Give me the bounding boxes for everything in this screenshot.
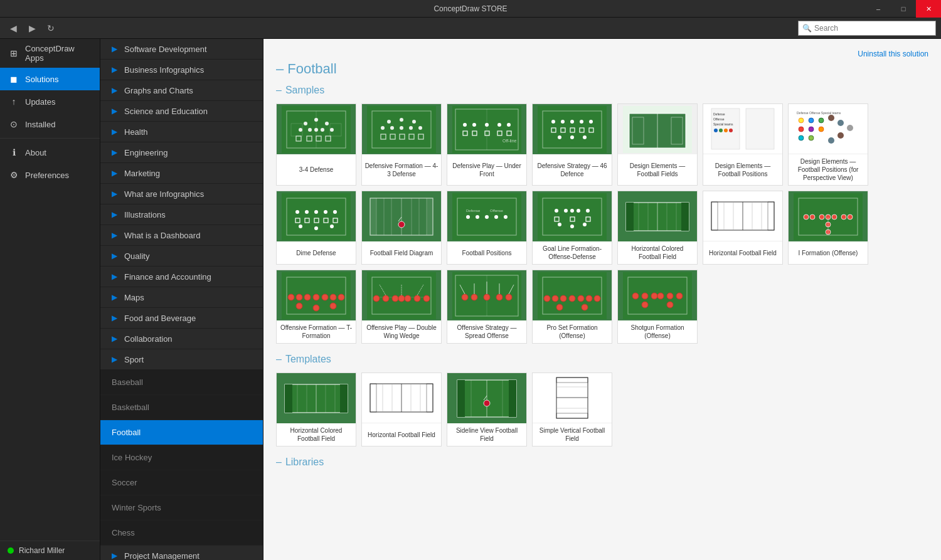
card-defensive-play-under[interactable]: Off-line Defensive Play — Under Front — [447, 103, 527, 186]
libraries-toggle[interactable]: – — [276, 457, 282, 468]
sub-item-finance-accounting[interactable]: ▶ Finance and Accounting — [100, 267, 263, 287]
sub-item-collaboration[interactable]: ▶ Collaboration — [100, 329, 263, 349]
sub-item-what-dashboard[interactable]: ▶ What is a Dashboard — [100, 225, 263, 246]
card-design-elements-fields[interactable]: Design Elements — Football Fields — [617, 103, 698, 186]
card-offensive-strategy-spread[interactable]: Offensive Strategy — Spread Offense — [447, 270, 527, 344]
sport-sub-winter-sports[interactable]: Winter Sports — [100, 495, 263, 520]
sport-sub-basketball[interactable]: Basketball — [100, 395, 263, 420]
svg-point-138 — [558, 223, 561, 226]
card-design-elements-positions[interactable]: Defense Offense Special teams Design Ele… — [703, 103, 783, 186]
card-thumb-tmpl-sideline-view — [447, 373, 526, 423]
sub-item-illustrations[interactable]: ▶ Illustrations — [100, 204, 263, 225]
svg-point-216 — [586, 295, 592, 302]
card-thumb-defensive-formation — [362, 104, 441, 154]
card-football-field-diagram[interactable]: Football Field Diagram — [361, 191, 442, 265]
window-controls[interactable]: – □ ✕ — [866, 0, 941, 18]
svg-point-200 — [471, 294, 477, 300]
svg-point-19 — [381, 126, 385, 130]
card-offensive-play-double-wing[interactable]: Offensive Play — Double Wing Wedge — [361, 270, 442, 344]
card-goal-line-formation[interactable]: Goal Line Formation-Offense-Defense — [532, 191, 612, 265]
card-horizontal-football-field[interactable]: Horizontal Football Field — [703, 191, 783, 265]
uninstall-link[interactable]: Uninstall this solution — [858, 50, 928, 58]
card-defensive-formation[interactable]: Defensive Formation — 4-3 Defense — [361, 103, 442, 186]
svg-point-186 — [373, 295, 380, 302]
svg-point-94 — [305, 210, 309, 214]
sport-label-winter-sports: Winter Sports — [112, 503, 161, 512]
card-thumb-football-positions: Defense Offense — [447, 191, 526, 241]
card-shotgun-formation[interactable]: Shotgun Formation (Offense) — [617, 270, 698, 344]
sport-sub-soccer[interactable]: Soccer — [100, 470, 263, 495]
sport-sub-ice-hockey[interactable]: Ice Hockey — [100, 445, 263, 470]
svg-point-164 — [832, 214, 837, 219]
sub-label-graphs-charts: Graphs and Charts — [124, 86, 193, 95]
back-button[interactable]: ◀ — [5, 20, 21, 36]
samples-toggle[interactable]: – — [276, 85, 282, 96]
sub-item-business-infographics[interactable]: ▶ Business Infographics — [100, 60, 263, 80]
card-tmpl-simple-vertical[interactable]: Simple Vertical Football Field — [532, 372, 612, 446]
sub-item-food-beverage[interactable]: ▶ Food and Beverage — [100, 308, 263, 329]
close-button[interactable]: ✕ — [916, 0, 941, 18]
sport-label-chess: Chess — [112, 528, 135, 537]
card-3-4-defense[interactable]: 3-4 Defense — [276, 103, 356, 186]
svg-point-173 — [288, 294, 294, 300]
svg-point-178 — [330, 294, 336, 300]
card-horizontal-colored-field[interactable]: Horizontal Colored Football Field — [617, 191, 698, 265]
page-title: – Football — [276, 61, 928, 77]
sub-item-science-education[interactable]: ▶ Science and Education — [100, 101, 263, 122]
svg-point-130 — [555, 209, 558, 213]
forward-button[interactable]: ▶ — [24, 20, 40, 36]
sidebar-item-preferences[interactable]: ⚙ Preferences — [0, 164, 100, 186]
maximize-button[interactable]: □ — [891, 0, 916, 18]
svg-rect-144 — [681, 203, 689, 231]
minimize-button[interactable]: – — [866, 0, 891, 18]
user-name: Richard Miller — [19, 546, 65, 555]
card-offensive-formation-t[interactable]: Offensive Formation — T-Formation — [276, 270, 356, 344]
sub-item-software-dev[interactable]: ▶ Software Development — [100, 39, 263, 60]
sub-item-health[interactable]: ▶ Health — [100, 122, 263, 142]
svg-point-219 — [582, 304, 588, 310]
card-thumb-football-field-diagram — [362, 191, 441, 241]
svg-point-48 — [551, 120, 555, 124]
card-i-formation[interactable]: I Formation (Offense) — [788, 191, 868, 265]
sub-item-maps[interactable]: ▶ Maps — [100, 287, 263, 308]
svg-point-192 — [423, 295, 430, 302]
sidebar-item-installed[interactable]: ⊙ Installed — [0, 113, 100, 135]
card-thumb-offensive-formation-t — [277, 270, 356, 320]
sport-sub-baseball[interactable]: Baseball — [100, 370, 263, 395]
svg-point-95 — [314, 210, 318, 214]
card-tmpl-sideline-view[interactable]: Sideline View Football Field — [447, 372, 527, 446]
templates-toggle[interactable]: – — [276, 354, 282, 365]
card-pro-set-formation[interactable]: Pro Set Formation (Offense) — [532, 270, 612, 344]
sub-item-what-infographics[interactable]: ▶ What are Infographics — [100, 184, 263, 204]
svg-point-179 — [338, 294, 344, 300]
refresh-button[interactable]: ↻ — [43, 20, 59, 36]
card-defensive-strategy-46[interactable]: Defensive Strategy — 46 Defence — [532, 103, 612, 186]
sub-item-engineering[interactable]: ▶ Engineering — [100, 142, 263, 163]
sidebar-item-solutions[interactable]: ◼ Solutions — [0, 68, 100, 90]
sidebar-label-updates: Updates — [25, 97, 55, 107]
card-tmpl-horizontal-field[interactable]: Horizontal Football Field — [361, 372, 442, 446]
svg-point-12 — [314, 118, 318, 122]
card-dime-defense[interactable]: Dime Defense — [276, 191, 356, 265]
card-tmpl-horizontal-colored[interactable]: Horizontal Colored Football Field — [276, 372, 356, 446]
svg-point-103 — [299, 225, 302, 228]
search-input[interactable] — [814, 24, 932, 33]
sidebar-label-preferences: Preferences — [25, 171, 69, 180]
sub-item-marketing[interactable]: ▶ Marketing — [100, 163, 263, 184]
sub-item-sport[interactable]: ▶ Sport — [100, 349, 263, 370]
card-label-3-4-defense: 3-4 Defense — [277, 154, 356, 185]
card-design-elements-perspective[interactable]: Defense Offense Special teams — [788, 103, 868, 186]
svg-rect-91 — [282, 193, 351, 240]
sport-sub-chess[interactable]: Chess — [100, 520, 263, 546]
sub-item-graphs-charts[interactable]: ▶ Graphs and Charts — [100, 80, 263, 101]
card-label-offensive-strategy-spread: Offensive Strategy — Spread Offense — [447, 320, 526, 343]
sub-item-project-management[interactable]: ▶ Project Management — [100, 546, 263, 560]
card-football-positions[interactable]: Defense Offense Football Positions — [447, 191, 527, 265]
sub-item-quality[interactable]: ▶ Quality — [100, 246, 263, 267]
sidebar-item-updates[interactable]: ↑ Updates — [0, 90, 100, 113]
svg-point-60 — [583, 135, 587, 139]
sport-sub-football[interactable]: Football — [100, 420, 263, 445]
svg-point-59 — [570, 135, 574, 139]
sidebar-item-about[interactable]: ℹ About — [0, 141, 100, 164]
sidebar-item-conceptdraw-apps[interactable]: ⊞ ConceptDraw Apps — [0, 39, 100, 68]
